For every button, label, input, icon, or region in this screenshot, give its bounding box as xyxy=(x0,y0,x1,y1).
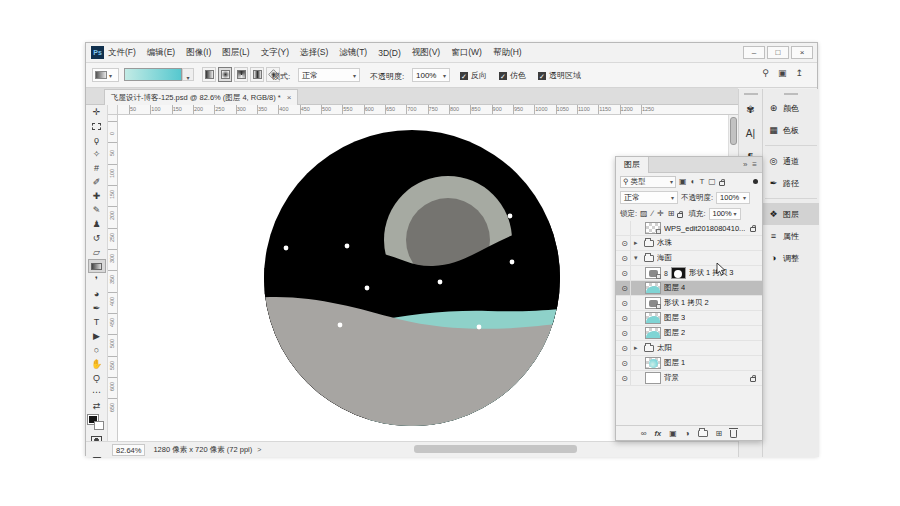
gradient-type-linear[interactable] xyxy=(202,67,216,82)
filter-kind-icon[interactable]: ◐ xyxy=(691,177,696,186)
layer-mask-thumbnail[interactable] xyxy=(671,267,686,279)
ellipse-tool[interactable]: ○ xyxy=(88,343,106,357)
menu-item-7[interactable]: 3D(D) xyxy=(378,48,401,58)
layer-row[interactable]: WPS_edit2018080410... xyxy=(616,221,762,236)
menu-item-4[interactable]: 文字(Y) xyxy=(261,47,289,59)
gradient-tool[interactable] xyxy=(88,259,106,273)
lock-kind-icon[interactable]: ⊞ xyxy=(668,209,675,218)
close-button[interactable]: × xyxy=(791,46,813,59)
lock-kind-icon[interactable]: ▨ xyxy=(640,209,648,218)
visibility-eye-icon[interactable]: ⊙ xyxy=(619,266,631,280)
layer-effects-icon[interactable]: fx xyxy=(654,429,661,438)
brush-settings-panel-icon[interactable]: ✾ xyxy=(739,97,762,121)
layer-blend-mode-select[interactable]: 正常 ▾ xyxy=(620,191,678,204)
layer-thumbnail[interactable] xyxy=(645,267,661,279)
visibility-eye-icon[interactable]: ⊙ xyxy=(619,251,631,265)
checkbox-0[interactable]: ✓反向 xyxy=(460,70,487,81)
menu-item-5[interactable]: 选择(S) xyxy=(300,47,328,59)
move-tool[interactable]: ✛ xyxy=(88,105,106,119)
lock-icon[interactable] xyxy=(719,181,725,186)
background-color-swatch[interactable] xyxy=(94,421,104,430)
checkbox-2[interactable]: ✓透明区域 xyxy=(538,70,581,81)
dock-grip[interactable] xyxy=(784,93,798,95)
menu-item-1[interactable]: 编辑(E) xyxy=(147,47,175,59)
healing-brush-tool[interactable]: ✚ xyxy=(88,189,106,203)
panel-swatches[interactable]: ▦色板 xyxy=(763,119,819,141)
horizontal-scrollbar-thumb[interactable] xyxy=(414,445,577,453)
hand-tool[interactable]: ✋ xyxy=(88,357,106,371)
vertical-ruler[interactable]: 050100150200250300350400450500550600650 xyxy=(108,115,118,441)
menu-item-9[interactable]: 窗口(W) xyxy=(451,47,482,59)
layer-thumbnail[interactable] xyxy=(645,312,661,324)
visibility-eye-icon[interactable]: ⊙ xyxy=(619,356,631,370)
layer-row[interactable]: ⊙图层 1 xyxy=(616,356,762,371)
swap-swatches[interactable]: ⇄ xyxy=(88,399,106,413)
panel-menu-icon[interactable]: » xyxy=(743,160,747,169)
panel-layers[interactable]: ❖图层 xyxy=(763,203,819,225)
layer-opacity-input[interactable]: 100% ▾ xyxy=(716,192,750,204)
layer-thumbnail[interactable] xyxy=(645,357,661,369)
layer-thumbnail[interactable] xyxy=(645,327,661,339)
gradient-type-angle[interactable] xyxy=(234,67,248,82)
zoom-level-input[interactable]: 82.64% xyxy=(112,444,145,456)
menu-item-3[interactable]: 图层(L) xyxy=(222,47,249,59)
visibility-eye-icon[interactable]: ⊙ xyxy=(619,296,631,310)
layer-fill-input[interactable]: 100% ▾ xyxy=(709,208,741,220)
panel-properties[interactable]: ≡属性 xyxy=(763,225,819,247)
marquee-tool[interactable] xyxy=(88,119,106,133)
share-icon[interactable]: ↥ xyxy=(795,68,803,78)
dock-grip[interactable] xyxy=(744,93,758,95)
dodge-tool[interactable]: ◕ xyxy=(88,287,106,301)
search-icon[interactable]: ⚲ xyxy=(762,68,769,78)
visibility-eye-icon[interactable]: ⊙ xyxy=(619,236,631,250)
vertical-scrollbar-thumb[interactable] xyxy=(730,117,737,145)
minimize-button[interactable]: – xyxy=(743,46,765,59)
panel-color[interactable]: ⊛颜色 xyxy=(763,97,819,119)
filter-kind-icon[interactable]: ▣ xyxy=(679,177,687,186)
menu-item-6[interactable]: 滤镜(T) xyxy=(339,47,367,59)
visibility-eye-icon[interactable]: ⊙ xyxy=(619,311,631,325)
clone-stamp-tool[interactable]: ♟ xyxy=(88,217,106,231)
new-adjustment-layer-icon[interactable]: ◑ xyxy=(685,429,690,438)
visibility-eye-icon[interactable]: ⊙ xyxy=(619,326,631,340)
tool-preset-picker[interactable]: ▾ xyxy=(92,68,119,82)
layer-row[interactable]: ⊙▸水珠 xyxy=(616,236,762,251)
layer-row[interactable]: ⊙▸太阳 xyxy=(616,341,762,356)
layer-filter-select[interactable]: ⚲ 类型 ▾ xyxy=(620,176,676,188)
menu-item-10[interactable]: 帮助(H) xyxy=(493,47,522,59)
color-swatches[interactable] xyxy=(88,413,106,433)
workspace-icon[interactable]: ▣ xyxy=(778,68,787,78)
new-group-icon[interactable] xyxy=(698,430,708,437)
expand-icon[interactable]: ▸ xyxy=(634,344,641,352)
type-tool[interactable]: T xyxy=(88,315,106,329)
layer-row[interactable]: ⊙形状 1 拷贝 2 xyxy=(616,296,762,311)
gradient-type-reflected[interactable] xyxy=(250,67,264,82)
layer-row[interactable]: ⊙图层 4 xyxy=(616,281,762,296)
filter-toggle-icon[interactable] xyxy=(753,179,758,184)
layer-row[interactable]: ⊙图层 3 xyxy=(616,311,762,326)
menu-item-2[interactable]: 图像(I) xyxy=(186,47,211,59)
path-selection-tool[interactable]: ▶ xyxy=(88,329,106,343)
layer-row[interactable]: ⊙8形状 1 拷贝 3 xyxy=(616,266,762,281)
status-chevron-icon[interactable]: > xyxy=(257,446,261,453)
history-brush-tool[interactable]: ↺ xyxy=(88,231,106,245)
tab-close-icon[interactable]: × xyxy=(287,93,292,102)
zoom-tool[interactable]: Ǫ xyxy=(88,371,106,385)
maximize-button[interactable]: □ xyxy=(767,46,789,59)
expand-icon[interactable]: ▸ xyxy=(634,239,641,247)
delete-layer-icon[interactable] xyxy=(730,430,737,438)
add-layer-mask-icon[interactable]: ▣ xyxy=(669,429,677,438)
menu-item-0[interactable]: 文件(F) xyxy=(108,47,136,59)
brush-tool[interactable]: ✎ xyxy=(88,203,106,217)
gradient-type-radial[interactable] xyxy=(218,67,232,82)
panel-menu-icon[interactable]: ≡ xyxy=(752,160,757,169)
lock-kind-icon[interactable]: ✛ xyxy=(657,209,664,218)
filter-kind-icon[interactable]: T xyxy=(699,177,704,186)
visibility-eye-icon[interactable]: ⊙ xyxy=(619,281,631,295)
pen-tool[interactable]: ✒ xyxy=(88,301,106,315)
panel-channels[interactable]: ◎通道 xyxy=(763,150,819,172)
layer-thumbnail[interactable] xyxy=(645,297,661,309)
more-tools[interactable]: ⋯ xyxy=(88,385,106,399)
eraser-tool[interactable]: ▱ xyxy=(88,245,106,259)
layer-thumbnail[interactable] xyxy=(645,372,661,384)
